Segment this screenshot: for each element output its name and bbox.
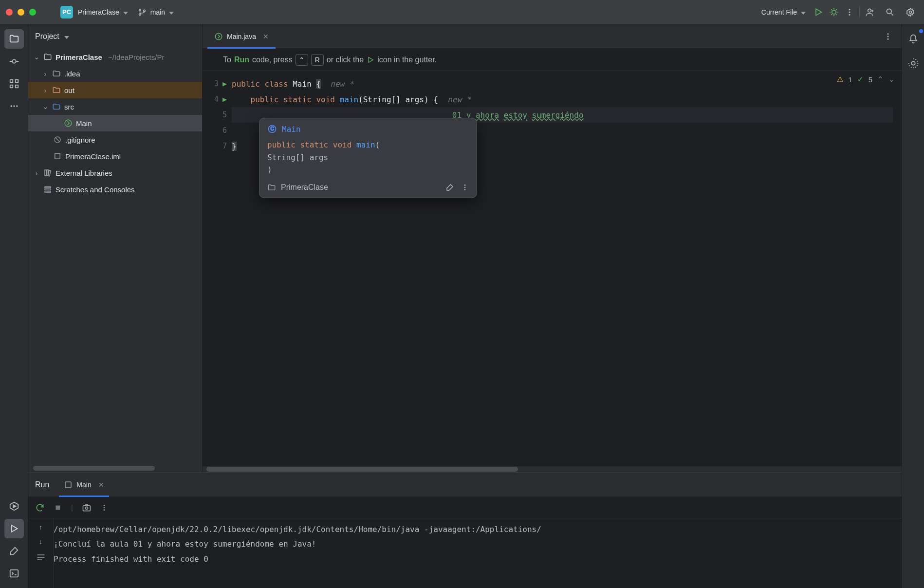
code-token: { xyxy=(316,79,321,89)
line-number: 3 xyxy=(214,79,219,88)
folder-icon xyxy=(52,69,61,78)
code-token xyxy=(499,110,504,120)
tree-scratches[interactable]: Scratches and Consoles xyxy=(28,181,202,198)
collapse-arrow-icon[interactable]: › xyxy=(33,169,40,177)
tree-file-iml[interactable]: PrimeraClase.iml xyxy=(28,148,202,165)
line-number: 5 xyxy=(222,110,227,119)
tree-label: PrimeraClase.iml xyxy=(65,152,121,161)
svg-marker-21 xyxy=(12,525,18,532)
line-number: 4 xyxy=(214,95,219,104)
banner-text: code, press xyxy=(252,55,293,64)
run-config-label: Current File xyxy=(761,8,797,16)
run-button[interactable] xyxy=(811,4,826,20)
structure-tool-button[interactable] xyxy=(4,74,24,93)
library-icon xyxy=(43,168,53,177)
project-name-label: PrimeraClase xyxy=(78,8,119,16)
svg-point-38 xyxy=(464,189,466,190)
banner-text: or click the xyxy=(327,55,364,64)
screenshot-button[interactable] xyxy=(82,503,92,513)
error-stripe[interactable] xyxy=(893,71,902,466)
more-tools-button[interactable] xyxy=(4,96,24,116)
tree-folder-src[interactable]: ⌄ src xyxy=(28,98,202,115)
notifications-button[interactable] xyxy=(904,29,923,49)
debug-button[interactable] xyxy=(826,4,842,20)
tree-folder-idea[interactable]: › .idea xyxy=(28,65,202,82)
run-config-menu[interactable]: Current File xyxy=(757,5,811,19)
build-tool-button[interactable] xyxy=(4,541,24,561)
collapse-arrow-icon[interactable]: › xyxy=(42,86,49,94)
close-tab-icon[interactable]: ✕ xyxy=(98,481,104,489)
tree-label: .gitignore xyxy=(65,136,95,144)
run-tool-button[interactable] xyxy=(4,519,24,538)
collapse-arrow-icon[interactable]: › xyxy=(42,70,49,78)
quick-doc-popup: C Main public static void main( String[]… xyxy=(259,118,477,198)
editor-horizontal-scrollbar-track[interactable] xyxy=(203,466,902,472)
branch-icon xyxy=(138,8,147,17)
tree-folder-out[interactable]: › out xyxy=(28,82,202,98)
svg-rect-26 xyxy=(45,187,51,188)
search-everywhere-button[interactable] xyxy=(882,4,898,20)
tree-file-gitignore[interactable]: .gitignore xyxy=(28,131,202,148)
svg-point-6 xyxy=(849,11,850,13)
code-token: ( xyxy=(375,140,380,149)
project-badge: PC xyxy=(60,6,73,18)
gutter-run-icon[interactable]: ▶ xyxy=(222,79,227,88)
maximize-window-button[interactable] xyxy=(29,9,36,16)
git-branch-menu[interactable]: main xyxy=(133,5,179,19)
rerun-button[interactable] xyxy=(35,503,45,513)
editor-tab-main[interactable]: Main.java ✕ xyxy=(207,24,276,48)
expand-arrow-icon[interactable]: ⌄ xyxy=(33,53,40,61)
editor-tab-more-button[interactable] xyxy=(880,29,896,44)
terminal-tool-button[interactable] xyxy=(4,564,24,583)
project-panel-header[interactable]: Project xyxy=(28,24,202,49)
console-line: /opt/homebrew/Cellar/openjdk/22.0.2/libe… xyxy=(54,522,895,537)
code-content[interactable]: public class Main { new * public static … xyxy=(232,71,893,466)
up-stack-button[interactable]: ↑ xyxy=(39,523,42,531)
run-hint-banner: To Run code, press ⌃ R or click the icon… xyxy=(203,49,902,71)
more-actions-button[interactable] xyxy=(842,4,857,20)
code-token: estoy xyxy=(504,110,527,120)
svg-point-46 xyxy=(911,61,915,65)
project-panel: Project ⌄ PrimeraClase ~/IdeaProjects/Pr… xyxy=(28,24,203,472)
project-scrollbar[interactable] xyxy=(33,466,155,471)
tree-file-main[interactable]: Main xyxy=(28,115,202,131)
project-menu[interactable]: PrimeraClase xyxy=(73,5,133,19)
console-line: ¡Concluí la aula 01 y ahora estoy sumerg… xyxy=(54,537,895,551)
gutter-run-icon[interactable]: ▶ xyxy=(222,95,227,104)
run-console[interactable]: /opt/homebrew/Cellar/openjdk/22.0.2/libe… xyxy=(54,518,902,588)
close-window-button[interactable] xyxy=(6,9,13,16)
settings-button[interactable] xyxy=(903,4,918,20)
soft-wrap-button[interactable] xyxy=(36,552,46,562)
popup-more-icon[interactable] xyxy=(461,184,469,191)
commit-tool-button[interactable] xyxy=(4,52,24,71)
svg-point-7 xyxy=(849,14,850,15)
run-tab-main[interactable]: Main ✕ xyxy=(59,473,109,496)
editor-scrollbar-thumb[interactable] xyxy=(206,467,518,472)
svg-text:C: C xyxy=(270,126,274,131)
run-more-button[interactable] xyxy=(100,504,108,512)
code-editor[interactable]: ⚠ 1 ✓ 5 ⌃ ⌄ 3▶ 4▶ 5 6 7 xyxy=(203,71,902,466)
ai-assistant-button[interactable] xyxy=(904,54,923,73)
minimize-window-button[interactable] xyxy=(18,9,24,16)
code-token: (String[] args) { xyxy=(358,95,438,104)
tree-external-libs[interactable]: › External Libraries xyxy=(28,165,202,181)
tree-root[interactable]: ⌄ PrimeraClase ~/IdeaProjects/Pr xyxy=(28,49,202,65)
edit-icon[interactable] xyxy=(445,183,454,192)
popup-class-name: Main xyxy=(282,125,301,134)
editor-area: Main.java ✕ To Run code, press ⌃ xyxy=(203,24,902,472)
services-tool-button[interactable] xyxy=(4,496,24,516)
window-controls xyxy=(6,9,36,16)
svg-rect-25 xyxy=(55,154,60,159)
code-token: Main xyxy=(293,79,316,89)
svg-point-2 xyxy=(143,10,145,12)
code-with-me-button[interactable] xyxy=(862,4,877,20)
close-tab-icon[interactable]: ✕ xyxy=(263,33,269,40)
down-stack-button[interactable]: ↓ xyxy=(39,538,42,546)
stop-button[interactable] xyxy=(54,503,62,512)
project-tool-button[interactable] xyxy=(4,29,24,49)
class-run-icon xyxy=(214,32,223,41)
code-token: public xyxy=(232,79,264,89)
chevron-down-icon xyxy=(64,32,69,41)
expand-arrow-icon[interactable]: ⌄ xyxy=(42,102,49,111)
svg-marker-3 xyxy=(816,9,822,15)
